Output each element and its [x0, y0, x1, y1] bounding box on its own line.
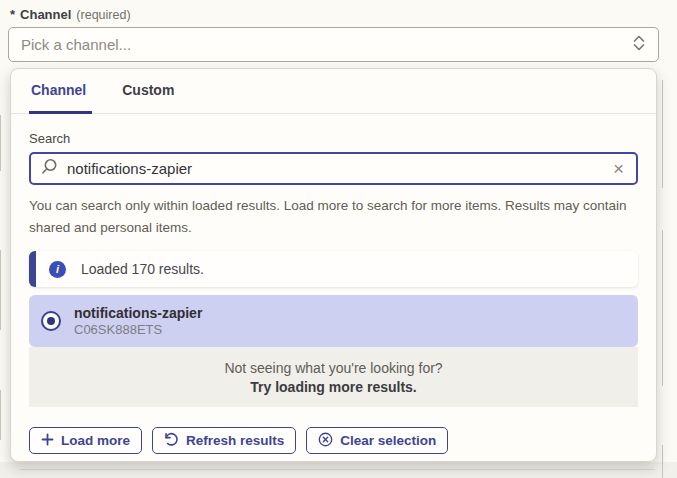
required-text: (required) [76, 8, 130, 22]
background-field-edge [0, 390, 1, 440]
background-field-edge [0, 115, 1, 171]
alert-text: Loaded 170 results. [81, 261, 204, 277]
hint-question: Not seeing what you're looking for? [224, 360, 442, 376]
background-strip [0, 462, 677, 478]
background-field-edge [662, 80, 663, 188]
clear-circle-icon [318, 432, 333, 450]
loaded-results-alert: i Loaded 170 results. [29, 251, 638, 287]
search-label: Search [29, 131, 638, 146]
search-clear-icon[interactable]: × [611, 159, 626, 178]
background-field-edge [662, 445, 663, 478]
select-placeholder: Pick a channel... [21, 36, 632, 53]
field-label-text: Channel [20, 7, 71, 22]
background-field-edge [20, 469, 655, 470]
background-field-edge [0, 250, 1, 330]
tab-custom[interactable]: Custom [122, 82, 174, 113]
search-value: notifications-zapier [67, 160, 602, 177]
channel-field-label: * Channel (required) [10, 7, 131, 22]
load-more-button[interactable]: Load more [29, 427, 142, 454]
load-more-hint: Not seeing what you're looking for? Try … [29, 347, 638, 407]
required-marker: * [10, 7, 15, 22]
refresh-results-button[interactable]: Refresh results [152, 427, 296, 454]
search-help-text: You can search only within loaded result… [29, 195, 629, 239]
hint-cta[interactable]: Try loading more results. [250, 379, 417, 395]
clear-selection-button[interactable]: Clear selection [306, 427, 448, 454]
result-item-notifications-zapier[interactable]: notifications-zapier C06SK888ETS [29, 295, 638, 347]
dropdown-tabs: Channel Custom [11, 69, 656, 114]
refresh-icon [164, 432, 179, 450]
plus-icon [41, 433, 54, 449]
channel-dropdown-panel: Channel Custom Search notifications-zapi… [10, 68, 657, 462]
search-icon [41, 158, 58, 179]
search-input[interactable]: notifications-zapier × [29, 152, 638, 185]
tab-channel[interactable]: Channel [29, 82, 92, 114]
background-field-edge [662, 230, 663, 386]
result-id: C06SK888ETS [74, 322, 202, 337]
info-icon: i [49, 261, 66, 278]
radio-selected-icon[interactable] [41, 311, 61, 331]
select-expand-icon [632, 34, 646, 56]
channel-select[interactable]: Pick a channel... [8, 27, 659, 62]
alert-accent-bar [29, 251, 36, 287]
dropdown-actions: Load more Refresh results [29, 427, 638, 454]
result-name: notifications-zapier [74, 305, 202, 321]
